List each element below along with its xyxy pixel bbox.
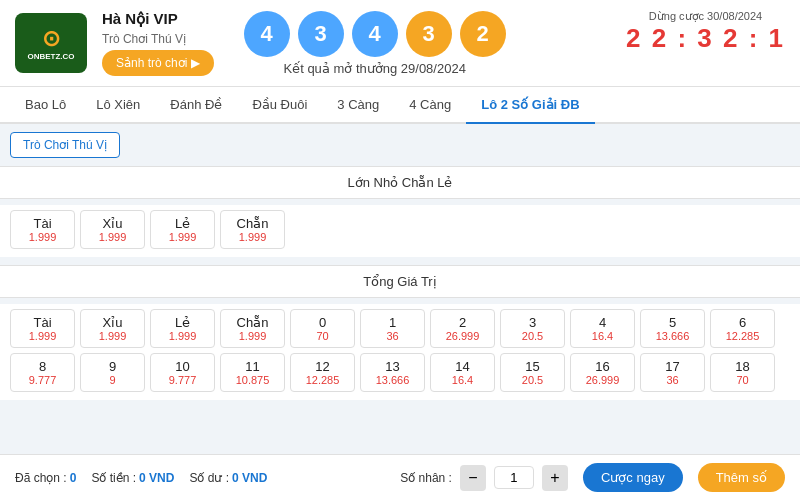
countdown-time: 2 2 : 3 2 : 1 bbox=[626, 23, 785, 54]
bet-cell-15[interactable]: 1520.5 bbox=[500, 353, 565, 392]
logo-text: ONBETZ.CO bbox=[27, 52, 74, 61]
bet-cell-2[interactable]: 226.999 bbox=[430, 309, 495, 348]
tab-bao-lo[interactable]: Bao Lô bbox=[10, 87, 81, 124]
ball-1: 4 bbox=[244, 11, 290, 57]
bet-cell-12[interactable]: 1212.285 bbox=[290, 353, 355, 392]
bet-cell-lẻ[interactable]: Lẻ1.999 bbox=[150, 210, 215, 249]
so-du-value: 0 VND bbox=[232, 471, 267, 485]
game-info: Hà Nội VIP Trò Chơi Thú Vị Sảnh trò chơi… bbox=[102, 10, 214, 76]
tab-lo-2-so[interactable]: Lô 2 Số Giải ĐB bbox=[466, 87, 594, 124]
qty-plus-button[interactable]: + bbox=[542, 465, 568, 491]
bottom-bar: Đã chọn : 0 Số tiền : 0 VND Số dư : 0 VN… bbox=[0, 454, 800, 500]
ball-4: 3 bbox=[406, 11, 452, 57]
game-sub: Trò Chơi Thú Vị bbox=[102, 32, 214, 46]
bet-cell-3[interactable]: 320.5 bbox=[500, 309, 565, 348]
bet-cell-6[interactable]: 612.285 bbox=[710, 309, 775, 348]
bottom-info: Đã chọn : 0 Số tiền : 0 VND Số dư : 0 VN… bbox=[15, 471, 267, 485]
ball-5: 2 bbox=[460, 11, 506, 57]
bet-cell-lẻ[interactable]: Lẻ1.999 bbox=[150, 309, 215, 348]
add-num-button[interactable]: Thêm số bbox=[698, 463, 785, 492]
tab-3-cang[interactable]: 3 Càng bbox=[322, 87, 394, 124]
so-tien-label: Số tiền : 0 VND bbox=[91, 471, 174, 485]
bet-cell-1[interactable]: 136 bbox=[360, 309, 425, 348]
qty-minus-button[interactable]: − bbox=[460, 465, 486, 491]
tab-lo-xien[interactable]: Lô Xiên bbox=[81, 87, 155, 124]
bet-cell-5[interactable]: 513.666 bbox=[640, 309, 705, 348]
lottery-section: 4 3 4 3 2 Kết quả mở thưởng 29/08/2024 bbox=[244, 11, 506, 76]
bet-cell-10[interactable]: 109.777 bbox=[150, 353, 215, 392]
logo-box: ⊙ ONBETZ.CO bbox=[15, 13, 87, 73]
header: ⊙ ONBETZ.CO Hà Nội VIP Trò Chơi Thú Vị S… bbox=[0, 0, 800, 87]
play-button[interactable]: Sảnh trò chơi ▶ bbox=[102, 50, 214, 76]
countdown-label: Dừng cược 30/08/2024 bbox=[626, 10, 785, 23]
section1-title: Lớn Nhỏ Chẵn Lẻ bbox=[0, 166, 800, 199]
bet-cell-9[interactable]: 99 bbox=[80, 353, 145, 392]
section2-grid: Tài1.999Xỉu1.999Lẻ1.999Chẵn1.99907013622… bbox=[0, 304, 800, 400]
bet-cell-8[interactable]: 89.777 bbox=[10, 353, 75, 392]
tro-choi-button[interactable]: Trò Chơi Thú Vị bbox=[10, 132, 120, 158]
bet-cell-chẵn[interactable]: Chẵn1.999 bbox=[220, 309, 285, 348]
bet-cell-16[interactable]: 1626.999 bbox=[570, 353, 635, 392]
countdown-area: Dừng cược 30/08/2024 2 2 : 3 2 : 1 bbox=[626, 10, 785, 54]
bet-cell-11[interactable]: 1110.875 bbox=[220, 353, 285, 392]
lottery-numbers: 4 3 4 3 2 bbox=[244, 11, 506, 57]
bet-cell-xỉu[interactable]: Xỉu1.999 bbox=[80, 309, 145, 348]
section2-container: Tổng Giá Trị Tài1.999Xỉu1.999Lẻ1.999Chẵn… bbox=[0, 265, 800, 408]
qty-section: Số nhân : − + bbox=[400, 465, 568, 491]
bet-cell-chẵn[interactable]: Chẵn1.999 bbox=[220, 210, 285, 249]
main-content: Trò Chơi Thú Vị Lớn Nhỏ Chẵn Lẻ Tài1.999… bbox=[0, 124, 800, 494]
logo-area: ⊙ ONBETZ.CO Hà Nội VIP Trò Chơi Thú Vị S… bbox=[15, 10, 214, 76]
so-nhan-label: Số nhân : bbox=[400, 471, 452, 485]
bet-cell-xỉu[interactable]: Xỉu1.999 bbox=[80, 210, 145, 249]
tab-4-cang[interactable]: 4 Càng bbox=[394, 87, 466, 124]
ball-3: 4 bbox=[352, 11, 398, 57]
bet-cell-14[interactable]: 1416.4 bbox=[430, 353, 495, 392]
bet-cell-0[interactable]: 070 bbox=[290, 309, 355, 348]
da-chon-value: 0 bbox=[70, 471, 77, 485]
section2-title: Tổng Giá Trị bbox=[0, 265, 800, 298]
tab-danh-de[interactable]: Đánh Đề bbox=[155, 87, 237, 124]
bet-cell-13[interactable]: 1313.666 bbox=[360, 353, 425, 392]
game-title: Hà Nội VIP bbox=[102, 10, 214, 28]
lottery-date: Kết quả mở thưởng 29/08/2024 bbox=[284, 61, 466, 76]
bet-cell-18[interactable]: 1870 bbox=[710, 353, 775, 392]
so-tien-value: 0 VND bbox=[139, 471, 174, 485]
section1-container: Lớn Nhỏ Chẵn Lẻ Tài1.999Xỉu1.999Lẻ1.999C… bbox=[0, 166, 800, 265]
nav-tabs: Bao Lô Lô Xiên Đánh Đề Đầu Đuôi 3 Càng 4… bbox=[0, 87, 800, 124]
bet-cell-tài[interactable]: Tài1.999 bbox=[10, 210, 75, 249]
da-chon-label: Đã chọn : 0 bbox=[15, 471, 76, 485]
tab-dau-duoi[interactable]: Đầu Đuôi bbox=[237, 87, 322, 124]
section1-grid: Tài1.999Xỉu1.999Lẻ1.999Chẵn1.999 bbox=[0, 205, 800, 257]
bet-cell-4[interactable]: 416.4 bbox=[570, 309, 635, 348]
bet-cell-17[interactable]: 1736 bbox=[640, 353, 705, 392]
qty-input[interactable] bbox=[494, 466, 534, 489]
bet-cell-tài[interactable]: Tài1.999 bbox=[10, 309, 75, 348]
so-du-label: Số dư : 0 VND bbox=[189, 471, 267, 485]
bet-now-button[interactable]: Cược ngay bbox=[583, 463, 683, 492]
ball-2: 3 bbox=[298, 11, 344, 57]
